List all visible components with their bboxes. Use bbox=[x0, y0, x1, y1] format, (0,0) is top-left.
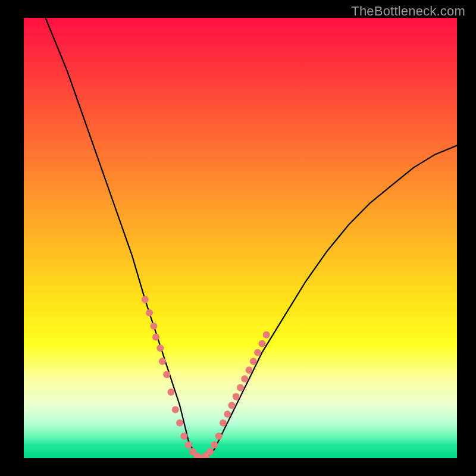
chart-frame: TheBottleneck.com bbox=[0, 0, 476, 476]
watermark-text: TheBottleneck.com bbox=[351, 4, 465, 19]
chart-plot-area bbox=[24, 18, 457, 458]
